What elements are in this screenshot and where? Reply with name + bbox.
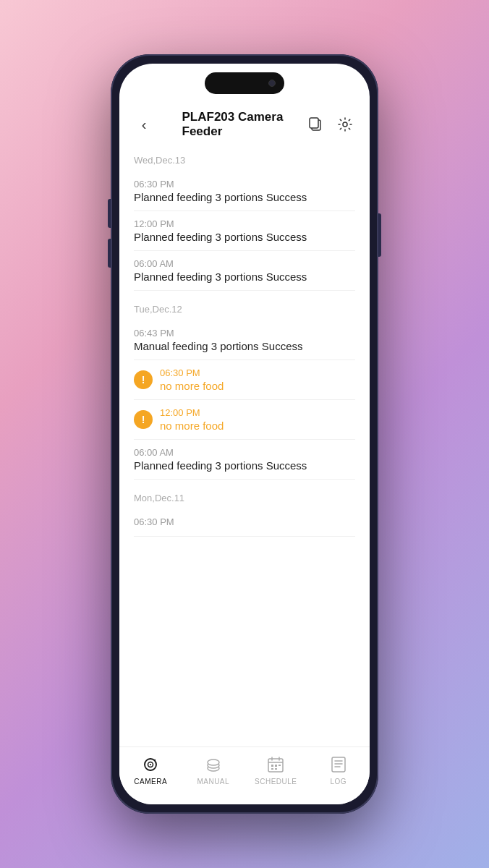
feed-desc: Manual feeding 3 portions Success [134, 340, 355, 352]
svg-rect-12 [275, 765, 277, 767]
feed-time: 06:30 PM [134, 179, 355, 190]
feed-list[interactable]: Wed,Dec.13 06:30 PM Planned feeding 3 po… [119, 142, 370, 746]
alert-icon: ! [134, 370, 153, 389]
app-content: ‹ PLAF203 Camera Feeder [119, 64, 370, 804]
svg-point-5 [150, 764, 151, 765]
volume-down-button[interactable] [108, 239, 111, 268]
duplicate-icon[interactable] [306, 114, 326, 135]
log-tab-label: LOG [330, 778, 346, 786]
power-button[interactable] [378, 213, 381, 257]
feed-time: 12:00 PM [134, 218, 355, 229]
manual-tab-icon [203, 754, 224, 775]
svg-rect-14 [275, 768, 277, 770]
feed-desc: Planned feeding 3 portions Success [134, 231, 355, 243]
back-button[interactable]: ‹ [134, 116, 154, 133]
feed-time: 06:00 AM [134, 258, 355, 269]
front-camera [268, 80, 276, 87]
svg-rect-16 [332, 757, 345, 772]
schedule-tab-icon [265, 754, 286, 775]
header-actions [306, 114, 355, 135]
list-item: 06:30 PM Planned feeding 3 portions Succ… [134, 171, 355, 211]
svg-point-9 [208, 760, 219, 765]
feed-time: 06:43 PM [134, 328, 355, 339]
feed-desc: Planned feeding 3 portions Success [134, 271, 355, 283]
tab-schedule[interactable]: SCHEDULE [244, 754, 307, 786]
camera-tab-icon [140, 754, 161, 775]
svg-point-2 [343, 122, 347, 127]
list-item: 06:00 AM Planned feeding 3 portions Succ… [134, 251, 355, 291]
settings-icon[interactable] [335, 114, 355, 135]
app-header: ‹ PLAF203 Camera Feeder [119, 104, 370, 142]
schedule-tab-label: SCHEDULE [255, 778, 297, 786]
tab-camera[interactable]: CAMERA [119, 754, 182, 786]
page-title: PLAF203 Camera Feeder [182, 110, 307, 139]
svg-rect-15 [278, 765, 281, 766]
feed-time-error: 12:00 PM [160, 407, 355, 418]
date-header-mon: Mon,Dec.11 [134, 480, 355, 509]
camera-tab-label: CAMERA [134, 778, 167, 786]
feed-desc: Planned feeding 3 portions Success [134, 459, 355, 472]
feed-time-error: 06:30 PM [160, 367, 355, 378]
list-item: 12:00 PM Planned feeding 3 portions Succ… [134, 211, 355, 251]
list-item: 06:30 PM [134, 509, 355, 537]
tab-bar: CAMERA MANUAL [119, 746, 370, 804]
log-tab-icon [328, 754, 349, 775]
svg-rect-11 [271, 765, 273, 767]
feed-time: 06:30 PM [134, 516, 355, 527]
svg-rect-13 [271, 768, 273, 770]
svg-point-6 [154, 760, 156, 761]
date-header-tue: Tue,Dec.12 [134, 291, 355, 320]
list-item-error: ! 12:00 PM no more food [134, 400, 355, 440]
list-item-error: ! 06:30 PM no more food [134, 360, 355, 400]
phone-screen: ‹ PLAF203 Camera Feeder [119, 64, 370, 804]
alert-icon: ! [134, 410, 153, 429]
svg-rect-1 [310, 118, 318, 128]
date-header-wed: Wed,Dec.13 [134, 142, 355, 171]
feed-time: 06:00 AM [134, 447, 355, 458]
list-item: 06:00 AM Planned feeding 3 portions Succ… [134, 440, 355, 480]
manual-tab-label: MANUAL [197, 778, 229, 786]
list-item: 06:43 PM Manual feeding 3 portions Succe… [134, 320, 355, 360]
feed-desc: Planned feeding 3 portions Success [134, 191, 355, 203]
tab-log[interactable]: LOG [307, 754, 370, 786]
volume-up-button[interactable] [108, 199, 111, 228]
notch [205, 72, 284, 94]
phone-frame: ‹ PLAF203 Camera Feeder [111, 54, 378, 814]
tab-manual[interactable]: MANUAL [182, 754, 245, 786]
feed-desc-error: no more food [160, 420, 355, 432]
feed-desc-error: no more food [160, 380, 355, 392]
